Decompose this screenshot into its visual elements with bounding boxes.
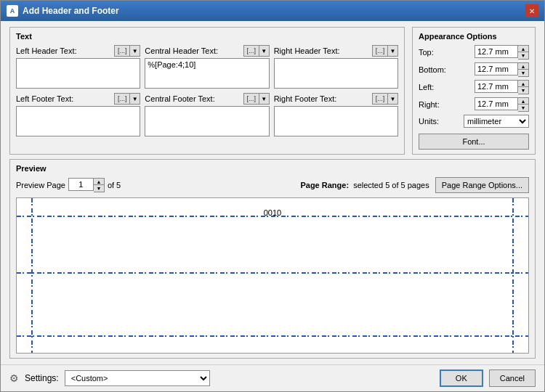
preview-page-spin: ▲ ▼ — [68, 178, 105, 192]
close-button[interactable]: ✕ — [525, 4, 538, 17]
bottom-margin-input[interactable] — [475, 62, 518, 75]
left-footer-arrow-btn[interactable]: ▼ — [130, 93, 140, 105]
central-header-arrow-btn[interactable]: ▼ — [259, 45, 270, 57]
left-margin-spin: ▲ ▼ — [475, 80, 529, 94]
central-footer-arrow-btn[interactable]: ▼ — [259, 93, 270, 105]
left-header-label: Left Header Text: — [16, 46, 77, 55]
central-footer-btn-wrap: [...] ▼ — [243, 93, 270, 105]
left-footer-input[interactable] — [16, 106, 140, 136]
ok-button[interactable]: OK — [440, 369, 483, 387]
settings-label: Settings: — [25, 373, 59, 383]
left-footer-insert-btn[interactable]: [...] — [114, 93, 130, 105]
units-row: Units: millimeter inch — [419, 115, 529, 128]
page-range-label-bold: Page Range: — [300, 181, 349, 189]
page-range-value: selected 5 of 5 pages — [353, 181, 429, 189]
central-header-insert-btn[interactable]: [...] — [243, 45, 259, 57]
central-footer-label: Central Footer Text: — [145, 94, 214, 103]
appearance-section-label: Appearance Options — [419, 32, 529, 41]
right-header-input-wrap — [274, 58, 398, 89]
right-margin-down[interactable]: ▼ — [518, 105, 528, 111]
right-margin-up[interactable]: ▲ — [518, 98, 528, 105]
left-margin-row: Left: ▲ ▼ — [419, 80, 529, 94]
preview-of-label: of 5 — [108, 181, 121, 189]
left-footer-label-row: Left Footer Text: [...] ▼ — [16, 93, 140, 105]
central-header-input-wrap — [145, 58, 269, 89]
central-footer-input[interactable] — [145, 106, 269, 136]
font-button[interactable]: Font... — [419, 134, 529, 150]
right-footer-input-wrap — [274, 106, 398, 136]
top-margin-up[interactable]: ▲ — [518, 46, 528, 52]
right-margin-input[interactable] — [475, 97, 518, 110]
preview-section-label: Preview — [16, 164, 529, 173]
left-margin-up[interactable]: ▲ — [518, 81, 528, 87]
footer-row: Left Footer Text: [...] ▼ — [16, 93, 398, 136]
preview-left: Preview Page ▲ ▼ of 5 — [16, 178, 121, 192]
top-margin-arrows: ▲ ▼ — [518, 45, 529, 60]
bottom-margin-down[interactable]: ▼ — [518, 70, 528, 76]
top-margin-input[interactable] — [475, 45, 518, 58]
right-header-arrow-btn[interactable]: ▼ — [388, 45, 398, 57]
footer-margin-line — [17, 335, 528, 337]
right-footer-label: Right Footer Text: — [274, 94, 337, 103]
right-footer-btn-wrap: [...] ▼ — [372, 93, 398, 105]
top-section: Text Left Header Text: [...] ▼ — [9, 27, 536, 155]
left-margin-input[interactable] — [475, 80, 518, 93]
dialog-title: Add Header and Footer — [23, 6, 119, 16]
central-header-label-row: Central Header Text: [...] ▼ — [145, 45, 269, 57]
right-margin-line — [512, 198, 514, 353]
cancel-button[interactable]: Cancel — [489, 369, 536, 387]
left-header-btn-wrap: [...] ▼ — [114, 45, 140, 57]
left-footer-group: Left Footer Text: [...] ▼ — [16, 93, 140, 136]
preview-page-down[interactable]: ▼ — [94, 185, 104, 192]
right-footer-insert-btn[interactable]: [...] — [372, 93, 388, 105]
central-header-label: Central Header Text: — [145, 46, 218, 55]
units-select[interactable]: millimeter inch — [464, 115, 529, 128]
bottom-margin-up[interactable]: ▲ — [518, 63, 528, 70]
left-header-group: Left Header Text: [...] ▼ — [16, 45, 140, 89]
preview-page-arrows: ▲ ▼ — [94, 178, 105, 192]
left-header-insert-btn[interactable]: [...] — [114, 45, 130, 57]
left-footer-label: Left Footer Text: — [16, 94, 73, 103]
top-margin-label: Top: — [419, 48, 451, 57]
text-section: Text Left Header Text: [...] ▼ — [9, 27, 405, 155]
central-footer-label-row: Central Footer Text: [...] ▼ — [145, 93, 269, 105]
dialog-icon: A — [7, 5, 18, 17]
right-margin-arrows: ▲ ▼ — [518, 97, 529, 112]
title-bar-left: A Add Header and Footer — [7, 5, 119, 17]
right-header-insert-btn[interactable]: [...] — [372, 45, 388, 57]
title-bar: A Add Header and Footer ✕ — [1, 1, 544, 21]
units-label: Units: — [419, 117, 451, 126]
right-footer-label-row: Right Footer Text: [...] ▼ — [274, 93, 398, 105]
right-margin-spin: ▲ ▼ — [475, 97, 529, 112]
top-margin-row: Top: ▲ ▼ — [419, 45, 529, 60]
bottom-margin-row: Bottom: ▲ ▼ — [419, 62, 529, 77]
left-footer-btn-wrap: [...] ▼ — [114, 93, 140, 105]
right-header-label-row: Right Header Text: [...] ▼ — [274, 45, 398, 57]
right-header-input[interactable] — [274, 58, 398, 89]
top-margin-down[interactable]: ▼ — [518, 52, 528, 59]
preview-section: Preview Preview Page ▲ ▼ of 5 Page — [9, 159, 536, 359]
dialog-window: A Add Header and Footer ✕ Text Left Head… — [0, 0, 545, 392]
central-footer-insert-btn[interactable]: [...] — [243, 93, 259, 105]
appearance-section: Appearance Options Top: ▲ ▼ Bottom: — [412, 27, 536, 155]
right-header-label: Right Header Text: — [274, 46, 340, 55]
central-footer-input-wrap — [145, 106, 269, 136]
left-margin-line — [31, 198, 33, 353]
preview-canvas: 0010 — [16, 197, 529, 354]
left-margin-label: Left: — [419, 83, 451, 91]
right-footer-input[interactable] — [274, 106, 398, 136]
central-header-input[interactable] — [145, 58, 269, 89]
central-footer-group: Central Footer Text: [...] ▼ — [145, 93, 269, 136]
left-header-input[interactable] — [16, 58, 140, 89]
left-margin-down[interactable]: ▼ — [518, 87, 528, 94]
header-row: Left Header Text: [...] ▼ — [16, 45, 398, 89]
preview-page-up[interactable]: ▲ — [94, 179, 104, 185]
left-header-arrow-btn[interactable]: ▼ — [130, 45, 140, 57]
left-header-input-wrap — [16, 58, 140, 89]
right-margin-row: Right: ▲ ▼ — [419, 97, 529, 112]
right-footer-arrow-btn[interactable]: ▼ — [388, 93, 398, 105]
preview-page-input[interactable] — [68, 178, 94, 191]
page-range-options-button[interactable]: Page Range Options... — [435, 177, 529, 193]
settings-select[interactable]: <Custom> — [65, 370, 210, 386]
bottom-margin-arrows: ▲ ▼ — [518, 62, 529, 77]
